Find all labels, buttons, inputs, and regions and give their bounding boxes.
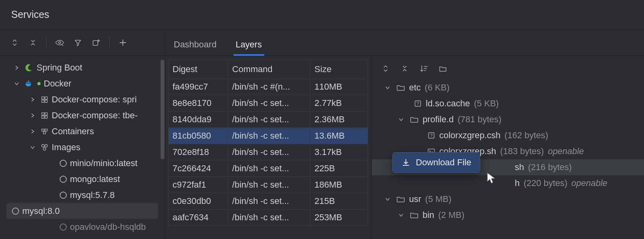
tree-label: Docker-compose: spri	[52, 94, 137, 105]
ft-size: (781 bytes)	[458, 114, 501, 125]
table-row[interactable]: c0e30db0/bin/sh -c set...215B	[169, 193, 368, 210]
cell-command: /bin/sh -c set...	[228, 210, 310, 226]
svg-point-0	[59, 41, 61, 43]
cell-command: /bin/sh -c set...	[228, 95, 310, 112]
table-row[interactable]: c972faf1/bin/sh -c set...186MB	[169, 177, 368, 193]
tree-containers[interactable]: Containers	[0, 123, 165, 139]
context-menu-download[interactable]: Download File	[392, 152, 480, 173]
cell-size: 2.77kB	[310, 95, 368, 112]
ft-folder-profiled[interactable]: profile.d (781 bytes)	[372, 112, 644, 127]
context-menu-label: Download File	[416, 157, 471, 168]
services-left-panel: Spring Boot Docker Docker-compose: spri …	[0, 29, 165, 239]
tree-image-item[interactable]: minio/minio:latest	[0, 155, 165, 171]
cell-size: 186MB	[310, 177, 368, 193]
ft-name: sh	[515, 162, 524, 172]
collapse-all-icon[interactable]	[25, 34, 41, 51]
expand-collapse-icon[interactable]	[6, 34, 23, 51]
ft-openable: openable	[548, 146, 584, 157]
ft-folder-bin[interactable]: bin (2 MB)	[372, 207, 644, 223]
col-digest[interactable]: Digest	[169, 60, 228, 79]
tree-label: Images	[52, 142, 80, 153]
svg-rect-15	[45, 129, 47, 131]
ft-name: h	[515, 178, 520, 188]
cell-command: /bin/sh -c set...	[228, 144, 310, 161]
ft-openable: openable	[571, 178, 607, 188]
tree-label: Containers	[52, 126, 94, 137]
ft-folder-usr[interactable]: usr (5 MB)	[372, 191, 644, 207]
svg-rect-5	[29, 82, 31, 83]
svg-rect-8	[42, 100, 44, 102]
folder-icon	[396, 84, 405, 91]
ft-name: bin	[423, 210, 434, 220]
tree-compose-2[interactable]: Docker-compose: tbe-	[0, 108, 165, 123]
new-group-icon[interactable]	[88, 34, 105, 51]
table-row[interactable]: 702e8f18/bin/sh -c set...3.17kB	[169, 144, 368, 161]
svg-rect-14	[42, 129, 44, 131]
panel-title: Services	[11, 9, 49, 20]
ft-file[interactable]: ? ld.so.cache (5 KB)	[372, 96, 644, 112]
table-row[interactable]: 8140dda9/bin/sh -c set...2.36MB	[169, 112, 368, 128]
spring-icon	[25, 63, 33, 72]
svg-rect-16	[43, 132, 46, 134]
ft-file[interactable]: ? colorxzgrep.csh (162 bytes)	[372, 127, 644, 143]
filter-icon[interactable]	[70, 34, 86, 51]
tab-dashboard[interactable]: Dashboard	[172, 39, 218, 55]
table-row[interactable]: aafc7634/bin/sh -c set...253MB	[169, 210, 368, 226]
tree-spring-boot[interactable]: Spring Boot	[0, 60, 165, 76]
tree-docker[interactable]: Docker	[0, 76, 165, 92]
svg-rect-2	[26, 82, 27, 83]
expand-collapse-icon[interactable]	[377, 60, 394, 77]
svg-rect-9	[45, 100, 47, 102]
ft-size: (5 MB)	[425, 194, 452, 204]
chevron-right-icon	[12, 65, 21, 71]
ft-name: ld.so.cache	[426, 98, 470, 109]
table-row[interactable]: 7c266424/bin/sh -c set...225B	[169, 161, 368, 177]
tree-image-item[interactable]: mongo:latest	[0, 171, 165, 187]
eye-icon[interactable]	[51, 34, 68, 51]
ft-file[interactable]: h (220 bytes) openable	[372, 175, 644, 191]
chevron-down-icon	[28, 145, 37, 150]
compose-icon	[41, 112, 48, 120]
tab-layers[interactable]: Layers	[234, 39, 264, 55]
tree-compose-1[interactable]: Docker-compose: spri	[0, 92, 165, 108]
image-icon	[60, 192, 67, 199]
tree-image-item[interactable]: mysql:5.7.8	[0, 187, 165, 203]
col-command[interactable]: Command	[228, 60, 310, 79]
cell-command: /bin/sh -c set...	[228, 161, 310, 177]
ft-size: (220 bytes)	[524, 178, 567, 188]
add-icon[interactable]	[114, 34, 131, 51]
unknown-file-icon: ?	[427, 131, 435, 139]
cell-digest: 702e8f18	[169, 144, 228, 161]
sort-icon[interactable]	[415, 60, 432, 77]
col-size[interactable]: Size	[310, 60, 368, 79]
tree-image-item[interactable]: opavlova/db-hsqldb	[0, 219, 165, 235]
collapse-all-icon[interactable]	[396, 60, 413, 77]
scrollbar-thumb[interactable]	[161, 60, 165, 159]
table-row[interactable]: 8e8e8170/bin/sh -c set...2.77kB	[169, 95, 368, 112]
svg-rect-1	[93, 41, 98, 45]
cell-size: 3.17kB	[310, 144, 368, 161]
tabs: Dashboard Layers	[165, 29, 644, 56]
chevron-down-icon	[396, 117, 406, 122]
folder-icon[interactable]	[435, 60, 451, 77]
ft-size: (5 KB)	[474, 98, 499, 109]
ft-name: profile.d	[423, 114, 454, 125]
ft-name: etc	[409, 82, 421, 93]
table-row[interactable]: fa499cc7/bin/sh -c #(n...110MB	[169, 79, 368, 95]
chevron-right-icon	[28, 129, 37, 134]
table-row[interactable]: 81cb0580/bin/sh -c set...13.6MB	[169, 128, 368, 144]
svg-point-19	[43, 148, 46, 150]
tree-images[interactable]: Images	[0, 139, 165, 155]
svg-point-18	[45, 145, 47, 147]
status-dot-icon	[37, 82, 41, 85]
chevron-right-icon	[28, 113, 37, 118]
file-tree-toolbar	[372, 57, 644, 80]
services-toolbar	[0, 29, 165, 56]
cell-size: 215B	[310, 193, 368, 210]
tree-label: mongo:latest	[70, 174, 120, 184]
download-icon	[402, 158, 410, 167]
folder-icon	[396, 196, 405, 203]
tree-image-item-selected[interactable]: mysql:8.0	[6, 203, 158, 219]
ft-folder-etc[interactable]: etc (6 KB)	[372, 80, 644, 96]
cell-size: 13.6MB	[310, 128, 368, 144]
